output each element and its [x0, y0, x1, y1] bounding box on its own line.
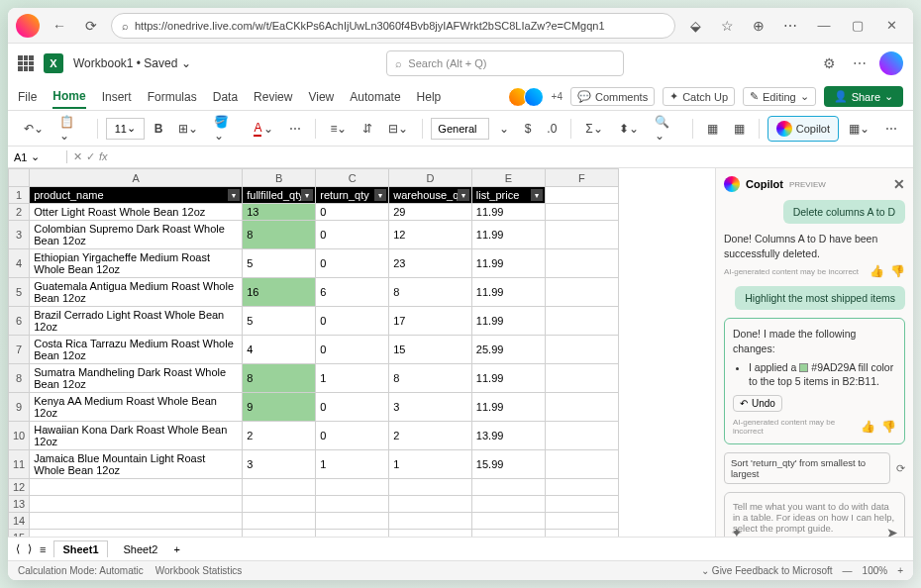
search-input[interactable]: ⌕ Search (Alt + Q) [386, 50, 624, 76]
filter-icon[interactable]: ▾ [301, 189, 313, 201]
address-bar[interactable]: ⌕ https://onedrive.live.com/w/t/EaCKkPs6… [111, 13, 675, 39]
copilot-input[interactable]: Tell me what you want to do with data in… [724, 492, 905, 537]
refresh-button[interactable]: ⟳ [79, 14, 103, 38]
sheet-tab-2[interactable]: Sheet2 [116, 541, 166, 557]
copilot-button[interactable]: Copilot [768, 116, 839, 142]
add-sheet-button[interactable]: + [173, 543, 179, 555]
catchup-button[interactable]: ✦ Catch Up [663, 87, 735, 106]
refresh-icon[interactable]: ⟳ [896, 462, 905, 475]
workbook-name[interactable]: Workbook1 • Saved ⌄ [73, 56, 191, 70]
paste-button[interactable]: 📋⌄ [53, 111, 89, 147]
tab-insert[interactable]: Insert [102, 86, 132, 108]
tab-view[interactable]: View [308, 86, 334, 108]
font-size-input[interactable]: 11 ⌄ [106, 118, 145, 140]
thumbs-down-icon[interactable]: 👎 [881, 420, 896, 434]
merge-button[interactable]: ⊟⌄ [382, 118, 414, 140]
zoom-level[interactable]: 100% [863, 565, 888, 576]
check-icon[interactable]: ✓ [86, 150, 95, 163]
undo-button[interactable]: ↶⌄ [18, 118, 50, 140]
undo-button[interactable]: ↶ Undo [733, 395, 782, 412]
column-header[interactable]: D [389, 169, 472, 187]
table-row[interactable]: 10Hawaiian Kona Dark Roast Whole Bean 12… [9, 422, 619, 450]
currency-button[interactable]: $ [519, 118, 538, 140]
table-row[interactable]: 4Ethiopian Yirgacheffe Medium Roast Whol… [9, 249, 619, 278]
zoom-out-button[interactable]: — [843, 565, 853, 576]
close-button[interactable]: ✕ [877, 12, 905, 40]
column-header[interactable]: C [316, 169, 389, 187]
table-row[interactable]: 3Colombian Supremo Dark Roast Whole Bean… [9, 221, 619, 249]
column-header[interactable]: B [243, 169, 316, 187]
name-box[interactable]: A1 ⌄ [8, 150, 67, 163]
chevron-down-icon[interactable]: ⌄ [493, 118, 515, 140]
more-icon[interactable]: ⋯ [778, 14, 802, 38]
suggestion-chip[interactable]: Sort 'return_qty' from smallest to large… [724, 452, 890, 484]
all-sheets-button[interactable]: ≡ [40, 543, 46, 555]
more-icon[interactable]: ⋯ [850, 53, 870, 73]
find-button[interactable]: 🔍⌄ [649, 111, 684, 147]
table-button[interactable]: ▦ [728, 118, 751, 140]
table-row[interactable]: 11Jamaica Blue Mountain Light Roast Whol… [9, 450, 619, 479]
sparkle-icon[interactable]: ✦ [731, 525, 743, 537]
tab-data[interactable]: Data [213, 86, 238, 108]
maximize-button[interactable]: ▢ [844, 12, 871, 40]
wrap-button[interactable]: ⇵ [357, 118, 378, 140]
table-row[interactable]: 5Guatemala Antigua Medium Roast Whole Be… [9, 278, 619, 307]
sort-button[interactable]: ⬍⌄ [613, 118, 645, 140]
more-commands-button[interactable]: ⋯ [879, 118, 903, 140]
read-aloud-icon[interactable]: ⬙ [683, 14, 707, 38]
addins-button[interactable]: ▦⌄ [843, 118, 875, 140]
column-header[interactable]: A [30, 169, 243, 187]
column-header[interactable]: E [471, 169, 545, 187]
tab-automate[interactable]: Automate [350, 86, 400, 108]
conditional-fmt-button[interactable]: ▦ [701, 118, 724, 140]
presence-overflow[interactable]: +4 [552, 91, 563, 102]
spreadsheet-grid[interactable]: ABCDEF1product_name▾fullfilled_qty▾retur… [8, 168, 715, 537]
tab-file[interactable]: File [18, 86, 37, 108]
prev-sheet-button[interactable]: ⟨ [16, 542, 20, 555]
send-icon[interactable]: ➤ [886, 525, 898, 537]
table-row[interactable]: 2Otter Light Roast Whole Bean 12oz130291… [9, 204, 619, 221]
font-color-button[interactable]: A⌄ [248, 117, 279, 141]
align-button[interactable]: ≡⌄ [324, 118, 353, 140]
fx-icon[interactable]: fx [99, 150, 108, 163]
filter-icon[interactable]: ▾ [458, 189, 469, 201]
table-header-cell[interactable]: list_price▾ [471, 187, 545, 204]
empty-row[interactable]: 13 [9, 496, 619, 513]
workbook-stats[interactable]: Workbook Statistics [155, 565, 243, 576]
thumbs-up-icon[interactable]: 👍 [870, 264, 884, 278]
filter-icon[interactable]: ▾ [374, 189, 386, 201]
thumbs-up-icon[interactable]: 👍 [861, 420, 875, 434]
collections-icon[interactable]: ⊕ [747, 14, 770, 38]
zoom-in-button[interactable]: + [897, 565, 903, 576]
more-font-button[interactable]: ⋯ [283, 118, 307, 140]
thumbs-down-icon[interactable]: 👎 [890, 264, 905, 278]
table-header-cell[interactable]: fullfilled_qty▾ [243, 187, 316, 204]
minimize-button[interactable]: — [810, 12, 838, 40]
back-button[interactable]: ← [48, 14, 71, 38]
table-header-cell[interactable]: return_qty▾ [316, 187, 389, 204]
editing-button[interactable]: ✎ Editing ⌄ [743, 87, 816, 106]
app-launcher-icon[interactable] [18, 55, 34, 71]
sheet-tab-1[interactable]: Sheet1 [53, 540, 107, 557]
table-row[interactable]: 9Kenya AA Medium Roast Whole Bean 12oz90… [9, 393, 619, 422]
table-header-cell[interactable]: warehouse_qty▾ [389, 187, 472, 204]
table-row[interactable]: 6Brazil Cerrado Light Roast Whole Bean 1… [9, 307, 619, 336]
tab-review[interactable]: Review [254, 86, 292, 108]
filter-icon[interactable]: ▾ [228, 189, 240, 201]
empty-row[interactable]: 14 [9, 513, 619, 530]
empty-row[interactable]: 12 [9, 479, 619, 496]
share-button[interactable]: 👤 Share ⌄ [824, 86, 903, 107]
tab-help[interactable]: Help [417, 86, 442, 108]
decimal-button[interactable]: .0 [541, 118, 563, 140]
border-button[interactable]: ⊞⌄ [172, 118, 204, 140]
user-avatar[interactable] [879, 51, 903, 75]
next-sheet-button[interactable]: ⟩ [28, 542, 32, 555]
column-header[interactable]: F [545, 169, 618, 187]
comments-button[interactable]: 💬 Comments [570, 87, 655, 106]
profile-avatar[interactable] [16, 14, 40, 38]
feedback-link[interactable]: ⌄ Give Feedback to Microsoft [701, 565, 833, 576]
cancel-icon[interactable]: ✕ [73, 150, 82, 163]
presence-avatars[interactable] [512, 87, 544, 107]
table-row[interactable]: 7Costa Rica Tarrazu Medium Roast Whole B… [9, 336, 619, 364]
table-row[interactable]: 8Sumatra Mandheling Dark Roast Whole Bea… [9, 364, 619, 393]
